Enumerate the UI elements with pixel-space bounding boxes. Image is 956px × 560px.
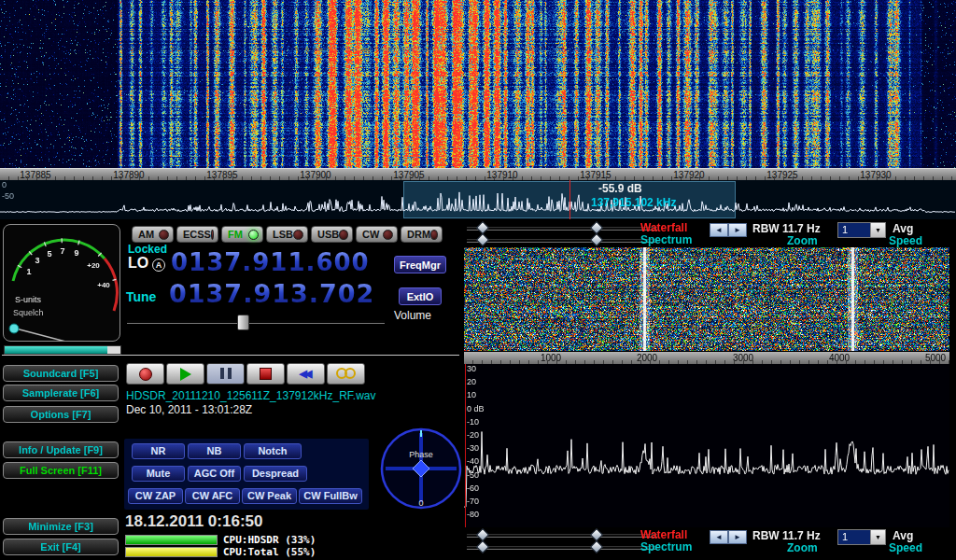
squelch-level-fill: [5, 346, 107, 354]
db-scale-label: 10: [467, 390, 476, 399]
dsp-button-nr[interactable]: NR: [132, 443, 185, 459]
audio-spectrum-display[interactable]: 3020100 dB-10-20-30-40-50-60-70-80: [464, 364, 949, 527]
smeter-label-plus20: +20: [87, 261, 100, 270]
db-scale-label: 30: [467, 364, 476, 373]
ruler-freq-label: 137925: [766, 170, 797, 180]
dsp-button-cw-fullbw[interactable]: CW FullBw: [299, 488, 362, 504]
avg-label: Avg: [893, 222, 913, 235]
waterfall-label-bottom: Waterfall: [640, 528, 687, 541]
ruler-freq-label: 137885: [20, 170, 50, 180]
record-icon: [139, 368, 152, 381]
playback-play-button[interactable]: [166, 363, 204, 385]
spectrum-label: Spectrum: [640, 233, 692, 246]
volume-slider-track: [127, 320, 385, 324]
extio-button[interactable]: ExtIO: [399, 287, 442, 305]
dsp-button-cw-peak[interactable]: CW Peak: [242, 488, 297, 504]
zoom-scrollbar-bottom[interactable]: ◄ ►: [710, 530, 747, 544]
waterfall-controls-top: Waterfall ◄ ► RBW 11.7 Hz 1 ▼ Avg Spectr…: [0, 221, 956, 247]
loop-ring: [344, 368, 356, 379]
playback-rewind-button[interactable]: ◀◀: [287, 363, 325, 385]
spectrum-slider-handle-1-bottom[interactable]: [476, 540, 489, 553]
volume-slider[interactable]: [127, 315, 385, 329]
avg-dropdown[interactable]: 1 ▼: [837, 222, 886, 238]
loop-icon: [336, 366, 356, 383]
smeter-label-plus40: +40: [97, 281, 110, 289]
dsp-button-despread[interactable]: Despread: [244, 466, 307, 482]
spectrum-slider-handle-2[interactable]: [590, 233, 603, 246]
lo-frequency-digits[interactable]: 0137.911.600: [171, 248, 370, 276]
dsp-button-agc-off[interactable]: AGC Off: [188, 466, 241, 482]
dsp-button-cw-afc[interactable]: CW AFC: [185, 488, 240, 504]
ruler-freq-label: 137920: [673, 170, 704, 180]
audio-waterfall-display[interactable]: [464, 247, 949, 351]
waterfall-brightness-slider-bottom[interactable]: [467, 534, 657, 538]
spectrum-slider-handle-1[interactable]: [476, 233, 489, 246]
spectrum-label-bottom: Spectrum: [640, 540, 692, 553]
avg-dropdown-bottom[interactable]: 1 ▼: [837, 529, 886, 545]
spectrum-scale-slider[interactable]: [467, 239, 657, 243]
hdsdr-window: 1378851378901378951379001379051379101379…: [0, 0, 956, 560]
button-soundcard-f5[interactable]: Soundcard [F5]: [3, 365, 119, 382]
zoom-right-arrow[interactable]: ►: [728, 223, 747, 237]
playback-pause-button[interactable]: [206, 363, 245, 385]
tune-frequency-digits[interactable]: 0137.913.702: [169, 279, 374, 308]
dsp-button-notch[interactable]: Notch: [244, 443, 302, 459]
sunits-label: S-units: [15, 295, 42, 304]
ruler-freq-label: 137895: [206, 170, 237, 180]
smeter-label-7: 7: [60, 246, 64, 256]
button-minimize-f3[interactable]: Minimize [F3]: [3, 518, 119, 535]
button-exit-f4[interactable]: Exit [F4]: [3, 539, 119, 555]
zoom-right-arrow-bottom[interactable]: ►: [728, 530, 747, 544]
spectrum-slider-handle-2-bottom[interactable]: [590, 540, 603, 553]
button-samplerate-f6[interactable]: Samplerate [F6]: [3, 385, 119, 401]
zoom-left-arrow[interactable]: ◄: [710, 223, 728, 237]
button-options-f7[interactable]: Options [F7]: [3, 406, 119, 423]
volume-label: Volume: [394, 309, 431, 322]
phase-indicator: Phase 0: [378, 422, 464, 511]
waterfall-label: Waterfall: [640, 221, 687, 234]
db-scale-label: -40: [467, 456, 479, 466]
overview-spectrum[interactable]: 0 -50 -55.9 dB 137,915.102 kHz: [0, 180, 956, 219]
audio-spectrum-canvas[interactable]: [464, 364, 949, 527]
cursor-frequency-readout: 137,915.102 kHz: [591, 196, 676, 209]
zoom-scrollbar[interactable]: ◄ ►: [710, 223, 747, 237]
recording-filename: HDSDR_20111210_125611Z_137912kHz_RF.wav: [126, 389, 376, 402]
playback-loop-button[interactable]: [327, 363, 365, 385]
zoom-left-arrow-bottom[interactable]: ◄: [710, 530, 728, 544]
signal-level-readout: -55.9 dB: [598, 182, 642, 195]
squelch-level-bar[interactable]: [4, 345, 121, 355]
volume-slider-handle[interactable]: [237, 315, 249, 330]
squelch-knob[interactable]: [9, 324, 19, 333]
lo-label: LO: [128, 255, 148, 272]
overview-spectrum-canvas[interactable]: [0, 180, 956, 219]
playback-stop-button[interactable]: [246, 363, 285, 385]
ruler-freq-label: 137915: [580, 170, 611, 180]
audio-freq-label: 3000: [733, 353, 753, 363]
spectrum-scale-slider-bottom[interactable]: [467, 546, 657, 550]
button-info-update-f9[interactable]: Info / Update [F9]: [3, 441, 119, 458]
minispec-scale-bottom: -50: [2, 191, 14, 201]
dropdown-arrow-icon-bottom[interactable]: ▼: [870, 530, 885, 544]
frequency-ruler[interactable]: 1378851378901378951379001379051379101379…: [0, 168, 956, 180]
audio-freq-label: 4000: [829, 353, 850, 363]
audio-freq-label: 5000: [925, 353, 946, 363]
audio-freq-label: 2000: [637, 353, 657, 363]
main-waterfall-display[interactable]: [0, 0, 956, 168]
rewind-icon: ◀◀: [300, 368, 310, 380]
smeter-label-1: 1: [26, 267, 31, 276]
waterfall-brightness-slider[interactable]: [467, 227, 657, 231]
dsp-button-nb[interactable]: NB: [188, 443, 241, 459]
db-scale-label: -60: [467, 483, 479, 493]
freqmgr-button[interactable]: FreqMgr: [394, 256, 446, 273]
avg-label-bottom: Avg: [893, 529, 913, 542]
dsp-button-cw-zap[interactable]: CW ZAP: [128, 488, 183, 504]
button-full-screen-f11[interactable]: Full Screen [F11]: [3, 462, 119, 479]
audio-frequency-scale[interactable]: 10002000300040005000: [464, 352, 949, 364]
avg-dropdown-value-bottom: 1: [838, 530, 870, 544]
playback-controls: ◀◀: [126, 363, 365, 385]
dsp-button-mute[interactable]: Mute: [132, 466, 185, 482]
recording-timestamp: Dec 10, 2011 - 13:01:28Z: [126, 403, 252, 416]
dropdown-arrow-icon[interactable]: ▼: [870, 223, 885, 237]
zoom-label-bottom: Zoom: [787, 541, 818, 554]
playback-record-button[interactable]: [126, 363, 164, 385]
